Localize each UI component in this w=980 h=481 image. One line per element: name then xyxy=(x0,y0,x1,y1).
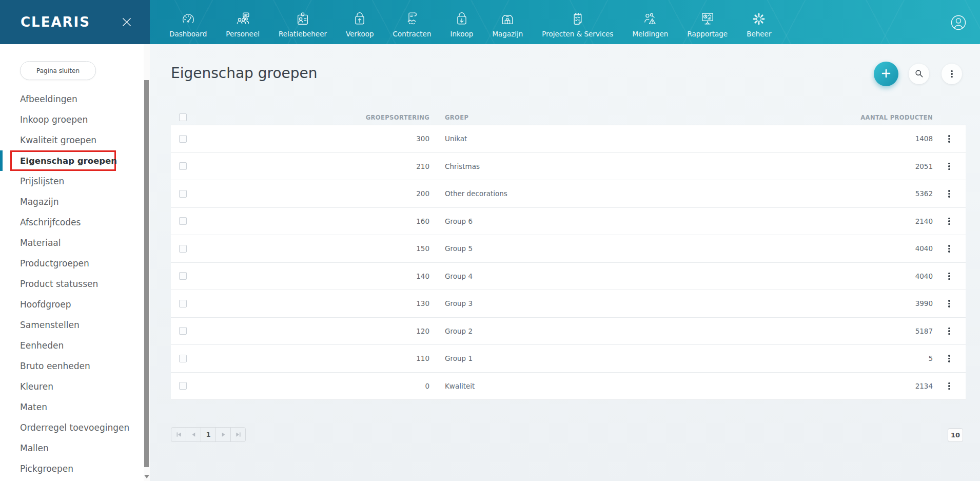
nav-item-dashboard[interactable]: Dashboard xyxy=(169,7,207,38)
nav-item-relatiebeheer[interactable]: Relatiebeheer xyxy=(279,7,327,38)
table-body: 300 Unikat 1408 210 Christmas 2051 200 O… xyxy=(171,125,966,400)
last-page-button[interactable] xyxy=(230,427,246,442)
brand-block: CLEARIS xyxy=(0,0,150,44)
sidebar-item-label: Kleuren xyxy=(20,381,53,392)
table-row[interactable]: 120 Group 2 5187 xyxy=(171,318,966,345)
table-row[interactable]: 140 Group 4 4040 xyxy=(171,263,966,291)
column-header-aantal-producten[interactable]: AANTAL PRODUCTEN xyxy=(856,114,933,121)
cell-groepsortering: 300 xyxy=(193,134,429,143)
cell-aantal-producten: 5362 xyxy=(856,189,933,198)
nav-item-projecten-services[interactable]: Projecten & Services xyxy=(542,7,613,38)
sidebar-item-magazijn[interactable]: Magazijn xyxy=(0,191,144,212)
table-header: GROEPSORTERING GROEP AANTAL PRODUCTEN xyxy=(171,110,966,125)
sidebar-item-kwaliteit-groepen[interactable]: Kwaliteit groepen xyxy=(0,130,144,150)
nav-item-rapportage[interactable]: Rapportage xyxy=(687,7,728,38)
row-menu-kebab-icon[interactable] xyxy=(945,324,953,338)
nav-item-magazijn[interactable]: Magazijn xyxy=(492,7,523,38)
sidebar-item-bruto-eenheden[interactable]: Bruto eenheden xyxy=(0,356,144,376)
dashboard-icon xyxy=(179,10,198,28)
user-avatar-icon[interactable] xyxy=(948,12,969,33)
sidebar-item-materiaal[interactable]: Materiaal xyxy=(0,233,144,253)
first-page-button[interactable] xyxy=(171,427,186,442)
sidebar-scrollbar[interactable] xyxy=(144,44,150,481)
row-checkbox[interactable] xyxy=(179,382,187,390)
row-menu-kebab-icon[interactable] xyxy=(945,160,953,174)
add-button[interactable] xyxy=(874,62,898,86)
sidebar-item-samenstellen[interactable]: Samenstellen xyxy=(0,315,144,335)
row-checkbox[interactable] xyxy=(179,245,187,253)
sidebar-item-productgroepen[interactable]: Productgroepen xyxy=(0,253,144,274)
row-menu-kebab-icon[interactable] xyxy=(945,215,953,228)
sidebar-item-label: Materiaal xyxy=(20,238,61,248)
sidebar-item-label: Pickgroepen xyxy=(20,464,73,474)
previous-page-button[interactable] xyxy=(186,427,201,442)
sidebar-item-eigenschap-groepen[interactable]: Eigenschap groepen xyxy=(10,150,116,171)
row-menu-kebab-icon[interactable] xyxy=(945,379,953,393)
sidebar-item-pickgroepen[interactable]: Pickgroepen xyxy=(0,458,144,479)
close-icon[interactable] xyxy=(120,15,133,29)
page-title: Eigenschap groepen xyxy=(171,65,318,82)
close-page-button[interactable]: Pagina sluiten xyxy=(20,61,96,80)
column-header-groep[interactable]: GROEP xyxy=(429,114,856,121)
sidebar-item-orderregel-toevoegingen[interactable]: Orderregel toevoegingen xyxy=(0,417,144,438)
row-menu-kebab-icon[interactable] xyxy=(945,297,953,311)
sidebar-item-kleuren[interactable]: Kleuren xyxy=(0,376,144,397)
cell-aantal-producten: 5 xyxy=(856,354,933,362)
row-checkbox[interactable] xyxy=(179,217,187,225)
brand-logo: CLEARIS xyxy=(21,14,90,30)
row-menu-kebab-icon[interactable] xyxy=(945,352,953,365)
personeel-icon xyxy=(233,10,252,28)
nav-item-personeel[interactable]: Personeel xyxy=(226,7,260,38)
table-row[interactable]: 110 Group 1 5 xyxy=(171,345,966,373)
search-button[interactable] xyxy=(909,64,929,84)
row-checkbox[interactable] xyxy=(179,355,187,362)
sidebar-item-prijslijsten[interactable]: Prijslijsten xyxy=(0,171,144,191)
kebab-icon xyxy=(948,67,956,81)
table-row[interactable]: 160 Group 6 2140 xyxy=(171,208,966,236)
row-checkbox[interactable] xyxy=(179,300,187,307)
nav-item-inkoop[interactable]: Inkoop xyxy=(450,7,473,38)
page-size-selector[interactable]: 10 xyxy=(948,428,963,442)
row-menu-kebab-icon[interactable] xyxy=(945,187,953,201)
nav-item-verkoop[interactable]: Verkoop xyxy=(346,7,374,38)
cell-groep: Group 2 xyxy=(429,327,856,335)
row-menu-kebab-icon[interactable] xyxy=(945,242,953,256)
current-page-button[interactable]: 1 xyxy=(201,427,216,442)
row-checkbox[interactable] xyxy=(179,135,187,143)
inkoop-icon xyxy=(453,10,471,28)
sidebar-scrollbar-thumb[interactable] xyxy=(144,80,149,467)
sidebar-item-eenheden[interactable]: Eenheden xyxy=(0,335,144,356)
column-header-groepsortering[interactable]: GROEPSORTERING xyxy=(193,114,429,121)
table-row[interactable]: 300 Unikat 1408 xyxy=(171,125,966,153)
table-row[interactable]: 210 Christmas 2051 xyxy=(171,153,966,181)
next-page-button[interactable] xyxy=(215,427,231,442)
row-checkbox[interactable] xyxy=(179,327,187,335)
sidebar-item-hoofdgroep[interactable]: Hoofdgroep xyxy=(0,294,144,315)
cell-groepsortering: 160 xyxy=(193,217,429,225)
sidebar-item-afschrijfcodes[interactable]: Afschrijfcodes xyxy=(0,212,144,233)
row-checkbox[interactable] xyxy=(179,162,187,170)
magazijn-icon xyxy=(498,10,517,28)
sidebar-item-mallen[interactable]: Mallen xyxy=(0,438,144,458)
table-row[interactable]: 0 Kwaliteit 2134 xyxy=(171,373,966,400)
select-all-checkbox[interactable] xyxy=(179,113,187,121)
beheer-icon xyxy=(750,10,768,28)
sidebar-item-product-statussen[interactable]: Product statussen xyxy=(0,274,144,294)
sidebar-item-afbeeldingen[interactable]: Afbeeldingen xyxy=(0,89,144,109)
table-row[interactable]: 200 Other decorations 5362 xyxy=(171,180,966,208)
row-checkbox[interactable] xyxy=(179,272,187,280)
row-checkbox[interactable] xyxy=(179,190,187,198)
row-menu-kebab-icon[interactable] xyxy=(945,132,953,146)
table-row[interactable]: 150 Group 5 4040 xyxy=(171,235,966,263)
cell-aantal-producten: 2134 xyxy=(856,382,933,390)
sidebar-item-inkoop-groepen[interactable]: Inkoop groepen xyxy=(0,109,144,130)
scrollbar-down-arrow-icon[interactable] xyxy=(144,473,150,480)
row-menu-kebab-icon[interactable] xyxy=(945,270,953,283)
nav-item-contracten[interactable]: Contracten xyxy=(393,7,432,38)
contracten-icon xyxy=(403,10,421,28)
nav-item-beheer[interactable]: Beheer xyxy=(747,7,771,38)
table-row[interactable]: 130 Group 3 3990 xyxy=(171,290,966,318)
sidebar-item-maten[interactable]: Maten xyxy=(0,397,144,417)
nav-item-meldingen[interactable]: Meldingen xyxy=(632,7,668,38)
more-options-button[interactable] xyxy=(942,64,962,84)
